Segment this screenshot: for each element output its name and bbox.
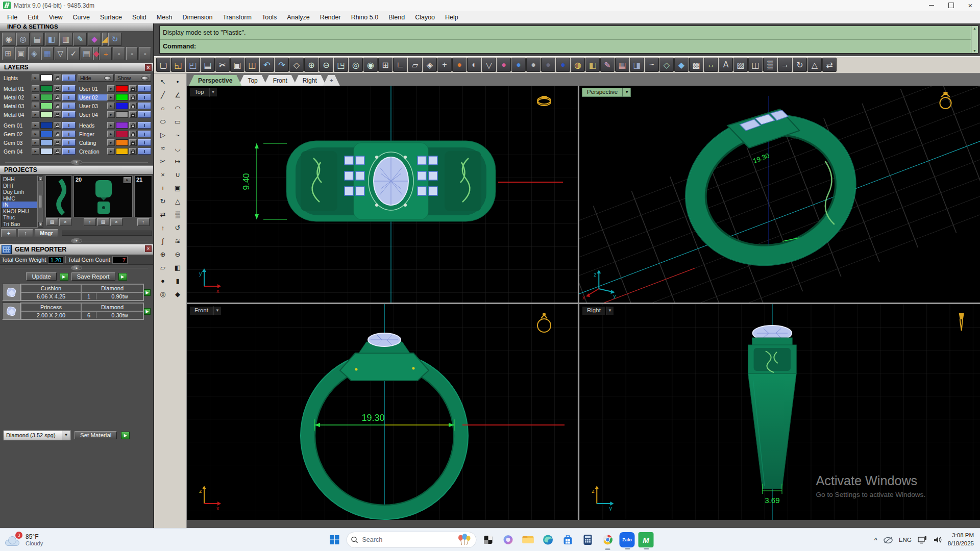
layer-lock-icon[interactable] bbox=[129, 122, 137, 129]
update-go-icon[interactable]: ▶ bbox=[60, 273, 68, 281]
gem-report-row[interactable]: Princess Diamond 2.00 X 2.00 6 0.30tw ▶ bbox=[2, 303, 151, 320]
layer-flyout-button[interactable] bbox=[32, 74, 39, 81]
calculator-icon[interactable] bbox=[580, 532, 596, 548]
viewport-right-label[interactable]: Right bbox=[582, 306, 606, 315]
layer-row[interactable]: Gem 01 bbox=[2, 121, 76, 129]
projects-hscrollbar[interactable] bbox=[62, 231, 152, 236]
menu-item[interactable]: Blend bbox=[383, 12, 410, 22]
mirror-tool-icon[interactable]: ⇄ bbox=[156, 208, 170, 221]
weather-widget[interactable]: 3 85°F Cloudy bbox=[0, 533, 43, 547]
edit-pencil-icon[interactable]: ✎ bbox=[74, 33, 87, 46]
projects-panel-header[interactable]: PROJECTS bbox=[0, 165, 153, 174]
project-thumbnail[interactable]: 21 bbox=[134, 176, 152, 217]
undo-icon[interactable]: ↶ bbox=[260, 58, 274, 72]
menu-item[interactable]: Mesh bbox=[152, 12, 178, 22]
settings-gears-icon[interactable]: ◉ bbox=[2, 33, 15, 46]
projects-scrollbar[interactable]: ▲ ▼ bbox=[38, 176, 43, 228]
layer-color-swatch[interactable] bbox=[116, 139, 128, 146]
projects-list[interactable]: DHHDHTDuy LinhHMCINKHOI PHUThucTri Bao bbox=[1, 176, 38, 228]
search-input[interactable]: Search bbox=[347, 532, 477, 548]
layers-panel-header[interactable]: LAYERS × bbox=[0, 63, 153, 72]
surface-tool-icon[interactable]: ◇ bbox=[659, 58, 674, 72]
thumb-save-button[interactable]: ▤ bbox=[46, 218, 58, 226]
layer-flyout-button[interactable] bbox=[107, 139, 115, 146]
gem-report-row[interactable]: Cushion Diamond 6.06 X 4.25 1 0.90tw ▶ bbox=[2, 284, 151, 301]
ortho-icon[interactable]: ∟ bbox=[393, 58, 407, 72]
gem-reporter-collapse-bar[interactable]: ▴ bbox=[0, 265, 153, 271]
layer-visibility-toggle[interactable] bbox=[138, 103, 151, 109]
layer-row[interactable]: Gem 03 bbox=[2, 139, 76, 146]
layer-color-swatch[interactable] bbox=[40, 103, 53, 109]
chrome-icon[interactable] bbox=[600, 532, 616, 548]
torus-icon[interactable]: ◎ bbox=[156, 288, 170, 300]
extend-icon[interactable]: ↦ bbox=[170, 155, 185, 168]
box-tool-icon[interactable]: ◧ bbox=[170, 261, 185, 274]
gem-reporter-close-icon[interactable]: × bbox=[145, 245, 152, 252]
layer-visibility-toggle[interactable] bbox=[138, 94, 151, 101]
language-indicator[interactable]: ENG bbox=[899, 537, 912, 543]
layer-visibility-toggle[interactable] bbox=[62, 122, 76, 129]
boolean-diff-icon[interactable]: ⊖ bbox=[170, 248, 185, 261]
layer-lock-icon[interactable] bbox=[129, 148, 137, 155]
layer-flyout-button[interactable] bbox=[107, 122, 115, 129]
text-tool-icon[interactable]: A bbox=[719, 58, 733, 72]
layer-flyout-button[interactable] bbox=[107, 85, 115, 92]
polyline-icon[interactable]: ∠ bbox=[170, 89, 185, 102]
gem-reporter-header[interactable]: GEM REPORTER × bbox=[0, 244, 153, 255]
array-icon[interactable]: ▒ bbox=[763, 58, 777, 72]
layer-color-swatch[interactable] bbox=[116, 94, 128, 101]
menu-item[interactable]: Solid bbox=[127, 12, 152, 22]
layer-palette-icon[interactable]: ▦ bbox=[615, 58, 629, 72]
zoom-extents-icon[interactable]: ◎ bbox=[349, 58, 363, 72]
dark-tool-icon-3[interactable]: ▪ bbox=[139, 47, 151, 60]
viewport-top-label[interactable]: Top bbox=[189, 88, 209, 97]
layer-lock-icon[interactable] bbox=[54, 74, 61, 81]
gumball-icon[interactable]: ● bbox=[452, 58, 467, 72]
layer-lock-icon[interactable] bbox=[54, 85, 61, 92]
polygon-icon[interactable]: ▷ bbox=[156, 129, 170, 141]
split-icon[interactable]: × bbox=[156, 168, 170, 181]
menu-item[interactable]: Surface bbox=[95, 12, 127, 22]
layer-flyout-button[interactable] bbox=[32, 94, 39, 101]
thumb-flyout-button[interactable]: ▸ bbox=[124, 177, 131, 183]
layer-lock-icon[interactable] bbox=[54, 148, 61, 155]
box-icon[interactable]: ▣ bbox=[15, 47, 28, 60]
printer-doc-icon[interactable]: ▤ bbox=[81, 47, 93, 60]
open-folder-icon[interactable]: ◱ bbox=[171, 58, 185, 72]
project-thumbnail[interactable] bbox=[45, 176, 72, 217]
network-icon[interactable] bbox=[917, 536, 927, 544]
hide-button[interactable]: Hide bbox=[78, 74, 114, 82]
zoom-in-icon[interactable]: ⊕ bbox=[304, 58, 318, 72]
project-item[interactable]: Thuc bbox=[2, 214, 37, 221]
array-tool-icon[interactable]: ▒ bbox=[170, 208, 185, 221]
thumb-up-button[interactable]: ↑ bbox=[137, 218, 150, 226]
layer-color-swatch[interactable] bbox=[40, 148, 53, 155]
close-button[interactable] bbox=[961, 0, 980, 11]
fillet-icon[interactable]: ◡ bbox=[170, 142, 185, 155]
paste-icon[interactable]: ◫ bbox=[245, 58, 259, 72]
layer-row[interactable]: Heads bbox=[78, 121, 151, 129]
menu-item[interactable]: Rhino 5.0 bbox=[346, 12, 384, 22]
viewport-tab[interactable]: Top bbox=[238, 75, 266, 86]
render-blue-sphere-icon[interactable]: ● bbox=[511, 58, 526, 72]
menu-item[interactable]: Analyze bbox=[282, 12, 314, 22]
layer-color-swatch[interactable] bbox=[40, 111, 53, 118]
layer-visibility-toggle[interactable] bbox=[62, 74, 76, 81]
project-item[interactable]: Tri Bao bbox=[2, 221, 37, 228]
layer-visibility-toggle[interactable] bbox=[62, 85, 76, 92]
select-arrow-icon[interactable]: ↖ bbox=[156, 76, 170, 88]
extrude-icon[interactable]: ↑ bbox=[156, 221, 170, 234]
funnel-icon[interactable]: ▽ bbox=[55, 47, 67, 60]
layer-visibility-toggle[interactable] bbox=[138, 122, 151, 129]
smarttrack-icon[interactable]: + bbox=[437, 58, 452, 72]
layer-visibility-toggle[interactable] bbox=[62, 94, 76, 101]
move-icon[interactable]: → bbox=[778, 58, 792, 72]
layer-flyout-button[interactable] bbox=[32, 131, 39, 137]
layer-flyout-button[interactable] bbox=[32, 148, 39, 155]
layer-visibility-toggle[interactable] bbox=[138, 139, 151, 146]
tray-expand-icon[interactable]: ^ bbox=[874, 537, 877, 543]
layer-row[interactable]: Creation bbox=[78, 147, 151, 155]
thumb-save-button[interactable]: ▤ bbox=[97, 218, 109, 226]
project-item[interactable]: KHOI PHU bbox=[2, 208, 37, 215]
layer-row[interactable]: User 02 bbox=[78, 93, 151, 101]
